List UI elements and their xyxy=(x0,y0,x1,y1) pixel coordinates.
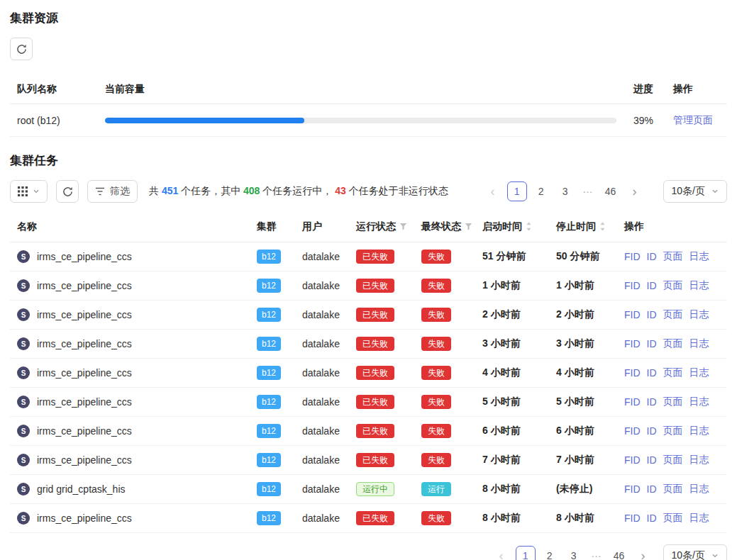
next-page-button[interactable]: › xyxy=(625,181,645,201)
page-jump-ellipsis[interactable]: ··· xyxy=(588,550,605,560)
sorter-icon[interactable] xyxy=(526,222,532,231)
task-cluster-cell: b12 xyxy=(250,337,295,351)
task-name-cell: S irms_ce_pipeline_ccs xyxy=(10,454,250,466)
task-start-time-cell: 6 小时前 xyxy=(475,425,549,437)
log-link[interactable]: 日志 xyxy=(689,425,709,437)
page-button-last[interactable]: 46 xyxy=(609,546,629,560)
task-final-status-cell: 失败 xyxy=(414,424,475,438)
page-link[interactable]: 页面 xyxy=(663,250,683,263)
sorter-icon[interactable] xyxy=(599,222,606,231)
run-status-badge: 已失败 xyxy=(356,250,394,264)
fid-link[interactable]: FID xyxy=(624,280,641,291)
filter-funnel-icon[interactable] xyxy=(465,223,472,230)
header-stop-time[interactable]: 停止时间 xyxy=(549,220,617,233)
fid-link[interactable]: FID xyxy=(624,367,641,379)
log-link[interactable]: 日志 xyxy=(689,483,709,495)
log-link[interactable]: 日志 xyxy=(689,512,709,525)
task-actions-cell: FID ID 页面 日志 xyxy=(617,366,727,379)
fid-link[interactable]: FID xyxy=(624,251,641,262)
page-link[interactable]: 页面 xyxy=(663,425,683,437)
header-final-status[interactable]: 最终状态 xyxy=(414,220,475,233)
prev-page-button[interactable]: ‹ xyxy=(483,181,503,201)
fid-link[interactable]: FID xyxy=(624,425,641,437)
page-size-select[interactable]: 10条/页 xyxy=(663,180,727,203)
task-user: datalake xyxy=(302,425,340,437)
page-link[interactable]: 页面 xyxy=(663,396,683,408)
task-final-status-cell: 失败 xyxy=(414,395,475,409)
filter-funnel-icon[interactable] xyxy=(399,223,407,230)
task-name: irms_ce_pipeline_ccs xyxy=(37,251,132,262)
filter-button[interactable]: 筛选 xyxy=(87,180,138,203)
log-link[interactable]: 日志 xyxy=(689,454,709,466)
fid-link[interactable]: FID xyxy=(624,309,641,320)
fid-link[interactable]: FID xyxy=(624,338,641,349)
manage-page-link[interactable]: 管理页面 xyxy=(673,114,713,127)
id-link[interactable]: ID xyxy=(647,396,657,408)
fid-link[interactable]: FID xyxy=(624,483,641,495)
log-link[interactable]: 日志 xyxy=(689,308,709,321)
spark-avatar-icon: S xyxy=(17,425,30,437)
resources-refresh-button[interactable] xyxy=(10,38,33,60)
page-button-2[interactable]: 2 xyxy=(540,546,560,560)
id-link[interactable]: ID xyxy=(647,425,657,437)
log-link[interactable]: 日志 xyxy=(689,279,709,292)
task-name-cell: S grid grid_cptask_his xyxy=(10,483,250,495)
spark-avatar-icon: S xyxy=(17,512,30,525)
run-status-badge: 已失败 xyxy=(356,279,394,293)
page-link[interactable]: 页面 xyxy=(663,454,683,466)
task-cluster-cell: b12 xyxy=(250,395,295,409)
chevron-down-icon xyxy=(711,188,719,195)
task-actions-cell: FID ID 页面 日志 xyxy=(617,337,727,350)
id-link[interactable]: ID xyxy=(647,251,657,262)
summary-nonrunning-count: 43 xyxy=(335,185,346,196)
header-run-status[interactable]: 运行状态 xyxy=(349,220,414,233)
page-link[interactable]: 页面 xyxy=(663,308,683,321)
summary-text: 个任务运行中， xyxy=(260,185,335,196)
tasks-refresh-button[interactable] xyxy=(56,180,79,203)
table-row: S irms_ce_pipeline_ccs b12 datalake 已失败 … xyxy=(10,330,727,359)
pagination-top: ‹ 1 2 3 ··· 46 › xyxy=(483,181,645,201)
tasks-toolbar: 筛选 共 451 个任务，其中 408 个任务运行中， 43 个任务处于非运行状… xyxy=(10,180,727,203)
page-link[interactable]: 页面 xyxy=(663,366,683,379)
task-run-status-cell: 已失败 xyxy=(349,453,414,467)
header-stop-time-label: 停止时间 xyxy=(556,220,596,233)
task-user: datalake xyxy=(302,396,340,408)
id-link[interactable]: ID xyxy=(647,454,657,466)
task-start-time-cell: 8 小时前 xyxy=(475,483,549,495)
task-final-status-cell: 失败 xyxy=(414,337,475,351)
page-link[interactable]: 页面 xyxy=(663,279,683,292)
page-button-1[interactable]: 1 xyxy=(507,181,527,201)
task-final-status-cell: 失败 xyxy=(414,308,475,322)
page-button-3[interactable]: 3 xyxy=(564,546,584,560)
page-button-1[interactable]: 1 xyxy=(516,546,536,560)
page-link[interactable]: 页面 xyxy=(663,483,683,495)
fid-link[interactable]: FID xyxy=(624,396,641,408)
page-link[interactable]: 页面 xyxy=(663,337,683,350)
log-link[interactable]: 日志 xyxy=(689,337,709,350)
log-link[interactable]: 日志 xyxy=(689,396,709,408)
page-button-2[interactable]: 2 xyxy=(531,181,551,201)
id-link[interactable]: ID xyxy=(647,483,657,495)
fid-link[interactable]: FID xyxy=(624,454,641,466)
page-link[interactable]: 页面 xyxy=(663,512,683,525)
column-settings-button[interactable] xyxy=(10,180,48,203)
final-status-badge: 失败 xyxy=(421,337,451,351)
id-link[interactable]: ID xyxy=(647,309,657,320)
start-time: 7 小时前 xyxy=(482,454,521,466)
id-link[interactable]: ID xyxy=(647,367,657,379)
fid-link[interactable]: FID xyxy=(624,513,641,524)
spark-avatar-icon: S xyxy=(17,396,30,408)
id-link[interactable]: ID xyxy=(647,513,657,524)
page-button-last[interactable]: 46 xyxy=(601,181,621,201)
page-jump-ellipsis[interactable]: ··· xyxy=(580,186,597,197)
page-size-select[interactable]: 10条/页 xyxy=(663,544,727,560)
prev-page-button[interactable]: ‹ xyxy=(492,546,511,560)
next-page-button[interactable]: › xyxy=(633,546,653,560)
id-link[interactable]: ID xyxy=(647,280,657,291)
id-link[interactable]: ID xyxy=(647,338,657,349)
log-link[interactable]: 日志 xyxy=(689,250,709,263)
task-final-status-cell: 运行 xyxy=(414,482,475,496)
log-link[interactable]: 日志 xyxy=(689,366,709,379)
header-start-time[interactable]: 启动时间 xyxy=(475,220,549,233)
page-button-3[interactable]: 3 xyxy=(555,181,575,201)
